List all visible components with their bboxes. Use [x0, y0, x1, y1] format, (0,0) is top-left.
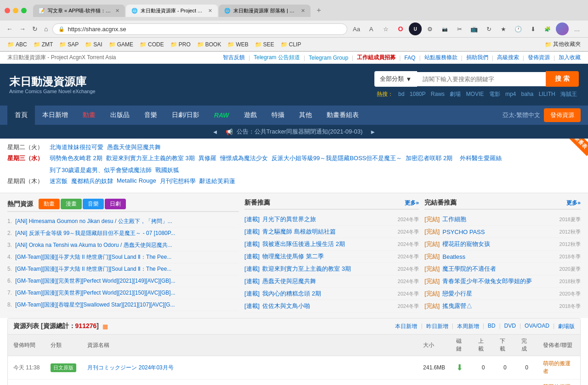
refresh-button[interactable]: ↻	[30, 23, 40, 34]
address-bar[interactable]: 🔒 https://share.acgnx.se	[52, 23, 347, 35]
row1-magnet[interactable]: ⬇	[451, 379, 472, 385]
topbar-telegram-group[interactable]: Telegram Group	[309, 55, 348, 61]
comp-rec-title-7[interactable]: 搖曳露營△	[442, 302, 556, 310]
new-rec-title-5[interactable]: 愚蠢天使與惡魔共舞	[262, 277, 395, 285]
comp-rec-title-1[interactable]: PSYCHO PASS	[442, 229, 556, 235]
res-nav-week[interactable]: 本周新增	[457, 323, 479, 330]
search-category-select[interactable]: 全部分類 ▼	[374, 71, 417, 87]
thu-link-0[interactable]: 迷宮飯	[50, 177, 68, 185]
new-rec-title-7[interactable]: 佐佐木與文鳥小啪	[262, 302, 395, 310]
extension-icon[interactable]: ⚙	[424, 22, 436, 35]
search-button[interactable]: 搜 索	[546, 71, 579, 87]
popular-tab-drama[interactable]: 日劇	[105, 199, 126, 209]
nav-anime[interactable]: 動畫	[75, 106, 103, 125]
hot-item-5[interactable]: 電影	[489, 91, 500, 97]
bookmark-clip[interactable]: 📁 CLIP	[278, 40, 304, 49]
popular-link-4[interactable]: [GM-Team][国漫][斗罗大陆 II 绝世唐门][Soul Land Ⅱ：…	[15, 266, 171, 272]
minimize-button[interactable]	[13, 8, 18, 13]
topbar-tos[interactable]: 站點服務條款	[424, 54, 458, 61]
popular-link-3[interactable]: [GM-Team][国漫][斗罗大陆 II 绝世唐门][Soul Land Ⅱ：…	[15, 254, 171, 260]
nav-drama[interactable]: 日劇/日影	[164, 106, 207, 125]
extensions-icon[interactable]: 🧩	[541, 22, 554, 35]
popular-link-0[interactable]: [ANi] Himesama Goumon no Jikan desu / 公主…	[15, 218, 172, 224]
new-rec-title-2[interactable]: 我被逐出隊伍後過上慢生活 2期	[262, 240, 395, 248]
hot-item-7[interactable]: baha	[521, 91, 534, 97]
wed-link-7[interactable]: 到了30歲還是處男、似乎會變成魔法師	[50, 166, 152, 174]
close-button[interactable]	[5, 8, 10, 13]
nav-home[interactable]: 首頁	[7, 106, 35, 125]
wed-link-3[interactable]: 憧憬成為魔法少女	[220, 154, 268, 162]
thu-link-3[interactable]: 月刊宅想科學	[160, 177, 196, 185]
hot-item-1[interactable]: 1080P	[410, 91, 426, 97]
topbar-donate[interactable]: 捐助我們	[466, 54, 488, 61]
comp-rec-title-0[interactable]: 工作細胞	[442, 215, 556, 223]
topbar-recruit[interactable]: 工作組成員招募	[357, 54, 396, 61]
hot-item-8[interactable]: LILITH	[539, 91, 555, 97]
bookmark-see[interactable]: 📁 SEE	[252, 40, 277, 49]
nav-language[interactable]: 亞太-繁體中文	[503, 111, 540, 119]
bookmark-code[interactable]: 📁 CODE	[137, 40, 167, 49]
reader-icon[interactable]: A	[365, 22, 378, 35]
popular-link-2[interactable]: [ANi] Oroka na Tenshi wa Akuma to Odoru …	[15, 242, 172, 248]
cast-icon[interactable]: 📺	[468, 22, 481, 35]
popular-link-6[interactable]: [GM-Team][国漫][完美世界][Perfect World][2021]…	[15, 290, 175, 296]
vpn-icon[interactable]: U	[409, 22, 422, 35]
bookmark-sai[interactable]: 📁 SAI	[82, 40, 105, 49]
new-recommend-more[interactable]: 更多»	[405, 199, 419, 207]
wed-link-6[interactable]: 外科醫生愛羅絲	[460, 154, 502, 162]
topbar-favorite[interactable]: 加入收藏	[559, 54, 581, 61]
menu-button[interactable]: …	[571, 22, 583, 35]
tab-3-close[interactable]: ✕	[301, 8, 305, 14]
tab-2-close[interactable]: ✕	[208, 8, 212, 14]
topbar-publish[interactable]: 發佈資源	[528, 54, 550, 61]
tue-link-1[interactable]: 愚蠢天使與惡魔共舞	[107, 143, 161, 151]
hot-item-2[interactable]: Raws	[431, 91, 445, 97]
maximize-button[interactable]	[21, 8, 27, 13]
nav-music[interactable]: 音樂	[137, 106, 164, 125]
bookmark-icon[interactable]: ☆	[379, 22, 392, 35]
new-rec-title-4[interactable]: 歡迎來到實力至上主義的教室 3期	[262, 265, 395, 273]
nav-new-today[interactable]: 本日新增	[35, 106, 75, 125]
hot-item-3[interactable]: 劇場	[450, 91, 461, 97]
row0-title-link[interactable]: 月刊コミックジーン 2024年03月号	[87, 364, 173, 371]
nav-schedule[interactable]: 動畫番組表	[319, 106, 366, 125]
res-nav-dvd[interactable]: DVD	[504, 323, 516, 330]
browser-tab-2[interactable]: 🌐 末日動漫資源庫 - Project Ac... ✕	[126, 5, 218, 17]
back-button[interactable]: ←	[5, 23, 15, 34]
complete-recommend-more[interactable]: 更多»	[566, 199, 581, 207]
search-input[interactable]	[417, 72, 546, 86]
bookmark-web[interactable]: 📁 WEB	[225, 40, 251, 49]
download-icon[interactable]: ⬇	[526, 22, 539, 35]
nav-publications[interactable]: 出版品	[103, 106, 137, 125]
bookmark-pro[interactable]: 📁 PRO	[168, 40, 193, 49]
comp-rec-title-6[interactable]: 戀愛小行星	[442, 290, 556, 298]
wed-link-8[interactable]: 戰國妖狐	[155, 166, 179, 174]
res-nav-today[interactable]: 本日新增	[395, 323, 417, 330]
popular-link-5[interactable]: [GM-Team][国漫][完美世界][Perfect World][2021]…	[15, 278, 175, 284]
wed-link-0[interactable]: 弱勢角色友崎君 2期	[50, 154, 102, 162]
history-icon[interactable]: 🕐	[512, 22, 525, 35]
res-nav-yesterday[interactable]: 昨日新增	[426, 323, 448, 330]
translate-icon[interactable]: Aa	[350, 22, 363, 35]
bookmark-sap[interactable]: 📁 SAP	[57, 40, 81, 49]
popular-tab-music[interactable]: 音樂	[83, 199, 104, 209]
ann-next[interactable]: ►	[366, 128, 379, 135]
nav-other[interactable]: 其他	[292, 106, 319, 125]
nav-raw[interactable]: RAW	[207, 106, 237, 124]
wed-link-2[interactable]: 異修羅	[198, 154, 216, 162]
other-bookmarks[interactable]: 📁 其他收藏夾	[542, 39, 583, 49]
topbar-telegram-channel[interactable]: Telegram 公告頻道	[254, 54, 300, 61]
hot-item-4[interactable]: MOVIE	[466, 91, 484, 97]
browser-tab-1[interactable]: 📝 写文章 « APP喵-软件猫：阿... ✕	[33, 5, 125, 17]
bookmark-abc[interactable]: 📁 ABC	[5, 40, 30, 49]
snap-icon[interactable]: ✂	[453, 22, 466, 35]
nav-tokusatsu[interactable]: 特攝	[264, 106, 292, 125]
comp-rec-title-5[interactable]: 青春笨蛋少年不做兔女郎學姐的夢	[442, 277, 556, 285]
thu-link-4[interactable]: 辭送給芙莉蓮	[199, 177, 235, 185]
topbar-faq[interactable]: FAQ	[404, 55, 415, 61]
nav-games[interactable]: 遊戲	[237, 106, 264, 125]
hot-item-0[interactable]: bd	[398, 91, 404, 97]
res-nav-ova[interactable]: OVA/OAD	[525, 323, 549, 330]
forward-button[interactable]: →	[17, 23, 28, 34]
popular-tab-anime[interactable]: 動畫	[39, 199, 60, 209]
